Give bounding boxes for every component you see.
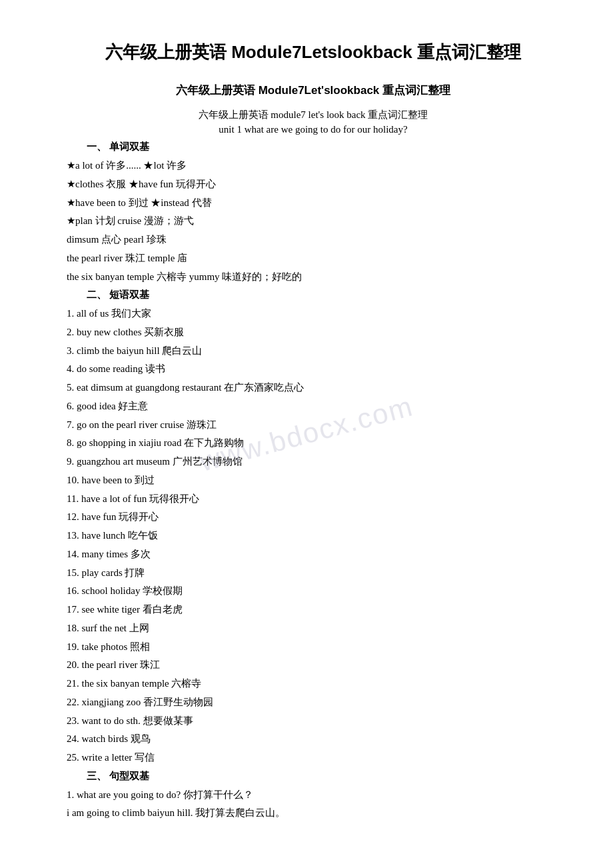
section-1-item-6: 7. go on the pearl river cruise 游珠江 bbox=[67, 416, 560, 435]
subtitle: 六年级上册英语 Module7Let'slookback 重点词汇整理 bbox=[67, 83, 560, 98]
section-1-item-1: 2. buy new clothes 买新衣服 bbox=[67, 323, 560, 342]
section-1-item-17: 18. surf the net 上网 bbox=[67, 619, 560, 638]
section-2-item-1: i am going to climb baiyun hill. 我打算去爬白云… bbox=[67, 804, 560, 823]
section-1-item-10: 11. have a lot of fun 玩得很开心 bbox=[67, 490, 560, 509]
section-1-item-23: 24. watch birds 观鸟 bbox=[67, 730, 560, 749]
section-1-item-7: 8. go shopping in xiajiu road 在下九路购物 bbox=[67, 434, 560, 453]
section-0-item-3: ★plan 计划 cruise 漫游；游弋 bbox=[67, 212, 560, 231]
section-0-item-5: the pearl river 珠江 temple 庙 bbox=[67, 249, 560, 268]
section-0-item-0: ★a lot of 许多...... ★lot 许多 bbox=[67, 157, 560, 175]
section-1-item-18: 19. take photos 照相 bbox=[67, 638, 560, 657]
section-1-item-9: 10. have been to 到过 bbox=[67, 471, 560, 490]
section-1-item-3: 4. do some reading 读书 bbox=[67, 360, 560, 379]
section-heading-0: 一、 单词双基 bbox=[67, 138, 560, 157]
section-1-item-13: 14. many times 多次 bbox=[67, 545, 560, 564]
section-2-item-0: 1. what are you going to do? 你打算干什么？ bbox=[67, 786, 560, 805]
page-title: 六年级上册英语 Module7Letslookback 重点词汇整理 bbox=[67, 40, 560, 64]
section-1-item-8: 9. guangzhou art museum 广州艺术博物馆 bbox=[67, 453, 560, 471]
section-1-item-20: 21. the six banyan temple 六榕寺 bbox=[67, 675, 560, 693]
section-1-item-0: 1. all of us 我们大家 bbox=[67, 305, 560, 323]
section-0-item-1: ★clothes 衣服 ★have fun 玩得开心 bbox=[67, 175, 560, 194]
section-1-item-4: 5. eat dimsum at guangdong restaurant 在广… bbox=[67, 379, 560, 397]
section-1-item-12: 13. have lunch 吃午饭 bbox=[67, 527, 560, 545]
intro-line-2: unit 1 what are we going to do for our h… bbox=[67, 124, 560, 135]
section-1-item-19: 20. the pearl river 珠江 bbox=[67, 656, 560, 675]
section-1-item-11: 12. have fun 玩得开心 bbox=[67, 508, 560, 527]
section-1-item-21: 22. xiangjiang zoo 香江野生动物园 bbox=[67, 693, 560, 712]
section-1-item-22: 23. want to do sth. 想要做某事 bbox=[67, 712, 560, 731]
section-heading-1: 二、 短语双基 bbox=[67, 286, 560, 305]
section-heading-2: 三、 句型双基 bbox=[67, 767, 560, 786]
section-1-item-14: 15. play cards 打牌 bbox=[67, 564, 560, 583]
section-1-item-16: 17. see white tiger 看白老虎 bbox=[67, 601, 560, 619]
section-1-item-24: 25. write a letter 写信 bbox=[67, 749, 560, 767]
section-0-item-6: the six banyan temple 六榕寺 yummy 味道好的；好吃的 bbox=[67, 268, 560, 287]
section-1-item-15: 16. school holiday 学校假期 bbox=[67, 582, 560, 601]
section-1-item-2: 3. climb the baiyun hill 爬白云山 bbox=[67, 342, 560, 361]
intro-line-1: 六年级上册英语 module7 let's look back 重点词汇整理 bbox=[67, 109, 560, 121]
section-0-item-4: dimsum 点心 pearl 珍珠 bbox=[67, 231, 560, 249]
section-0-item-2: ★have been to 到过 ★instead 代替 bbox=[67, 194, 560, 213]
section-1-item-5: 6. good idea 好主意 bbox=[67, 397, 560, 416]
